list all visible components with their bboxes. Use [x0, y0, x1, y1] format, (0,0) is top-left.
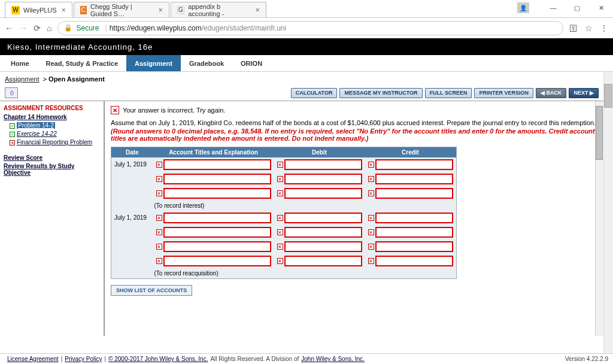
- forward-icon[interactable]: →: [19, 23, 28, 33]
- star-icon[interactable]: ☆: [585, 23, 593, 33]
- back-icon[interactable]: ←: [5, 23, 13, 33]
- menu-assignment[interactable]: Assignment: [126, 55, 181, 71]
- minimize-button[interactable]: —: [541, 0, 565, 16]
- close-icon[interactable]: ×: [159, 6, 163, 14]
- main-menubar: Home Read, Study & Practice Assignment G…: [0, 55, 613, 72]
- tab-favicon: W: [11, 6, 20, 14]
- address-bar: ← → ⟳ ⌂ 🔒 Secure | https://edugen.wileyp…: [0, 18, 613, 38]
- close-icon[interactable]: ×: [62, 6, 66, 14]
- menu-home[interactable]: Home: [2, 55, 38, 71]
- close-button[interactable]: ✕: [589, 0, 613, 16]
- url-separator: |: [105, 24, 107, 32]
- url-host: https://edugen.wileyplus.com: [110, 24, 202, 32]
- menu-orion[interactable]: ORION: [232, 55, 271, 71]
- maximize-button[interactable]: ▢: [565, 0, 589, 16]
- browser-titlebar: W WileyPLUS × C Chegg Study | Guided S… …: [0, 0, 613, 18]
- menu-icon[interactable]: ⋮: [600, 23, 608, 33]
- tab-favicon: G: [177, 6, 185, 14]
- tab-label: WileyPLUS: [23, 7, 57, 14]
- url-path: /edugen/student/mainfr.uni: [202, 24, 286, 32]
- menu-gradebook[interactable]: Gradebook: [181, 55, 232, 71]
- tab-favicon: C: [80, 6, 87, 14]
- secure-label: Secure: [76, 24, 99, 32]
- banner-subtitle: Kieso, Intermediate Accounting, 16e: [7, 43, 153, 51]
- reload-icon[interactable]: ⟳: [34, 23, 41, 33]
- window-controls: — ▢ ✕: [541, 0, 613, 16]
- browser-tab[interactable]: W WileyPLUS ×: [5, 2, 72, 17]
- menu-read-study[interactable]: Read, Study & Practice: [38, 55, 126, 71]
- profile-icon[interactable]: 👤: [517, 2, 529, 13]
- browser-tab[interactable]: G appendix b accounting - ×: [171, 2, 266, 17]
- app-banner: Kieso, Intermediate Accounting, 16e: [0, 38, 613, 55]
- tab-label: appendix b accounting -: [188, 3, 250, 17]
- home-icon[interactable]: ⌂: [47, 23, 51, 33]
- key-icon[interactable]: ⚿: [569, 23, 578, 33]
- browser-tab[interactable]: C Chegg Study | Guided S… ×: [74, 2, 169, 17]
- tab-label: Chegg Study | Guided S…: [90, 3, 154, 17]
- lock-icon: 🔒: [64, 24, 72, 32]
- url-input[interactable]: 🔒 Secure | https://edugen.wileyplus.com/…: [57, 21, 563, 35]
- close-icon[interactable]: ×: [256, 6, 260, 14]
